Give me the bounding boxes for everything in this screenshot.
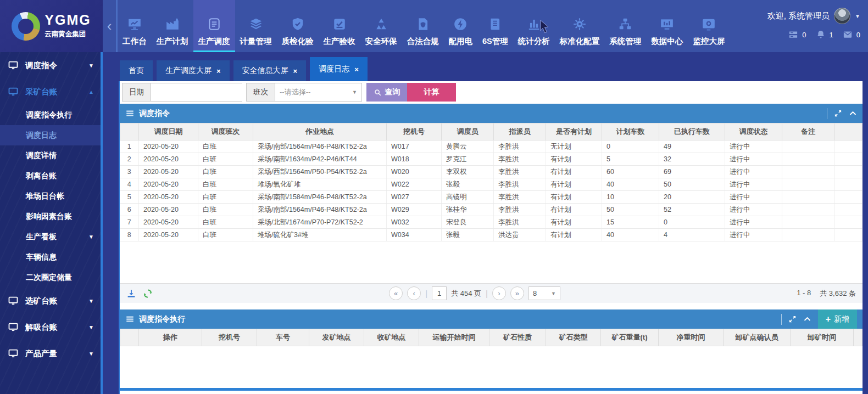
sidebar-subitem-车辆信息[interactable]: 车辆信息	[0, 247, 101, 267]
nav-item-12[interactable]: 标准化配置	[555, 0, 605, 52]
download-icon[interactable]	[126, 289, 136, 299]
table-row[interactable]: 62020-05-20白班采场/南部/1564m/P46-P48/KT52-2a…	[120, 204, 863, 216]
messages-badge[interactable]: 0	[842, 30, 860, 40]
column-header[interactable]: 运输开始时间	[419, 329, 489, 346]
table-row[interactable]: 72020-05-20白班采场/北部/1674m/P70-P72/KT52-2W…	[120, 216, 863, 229]
avatar[interactable]	[834, 8, 850, 24]
panel2-title: 调度指令执行	[139, 314, 185, 324]
tasks-badge[interactable]: 0	[788, 30, 806, 40]
column-header[interactable]: 计划车数	[602, 123, 659, 140]
nav-item-6[interactable]: 生产验收	[319, 0, 360, 52]
sidebar-subitem-堆场日台帐[interactable]: 堆场日台帐	[0, 186, 101, 206]
first-page-button[interactable]: «	[389, 286, 403, 300]
table-row[interactable]: 22020-05-20白班采场/南部/1634m/P42-P46/KT44W01…	[120, 153, 863, 166]
pagination-bar: « ‹ | 1 共 454 页 | › » 8 ▼ 1 - 8 共 3,632 …	[120, 283, 863, 303]
column-header[interactable]: 卸矿点确认员	[724, 329, 791, 346]
table-row[interactable]: 32020-05-20白班采场/西部/1564m/P50-P54/KT52-2a…	[120, 166, 863, 178]
nav-item-15[interactable]: 监控大屏	[688, 0, 730, 52]
nav-item-5[interactable]: 质检化验	[277, 0, 319, 52]
collapse-panel-icon[interactable]	[849, 109, 857, 117]
sidebar-subitem-调度指令执行[interactable]: 调度指令执行	[0, 105, 101, 125]
expand-icon[interactable]	[834, 109, 842, 117]
sidebar-item-采矿台账[interactable]: 采矿台账▲	[0, 78, 101, 105]
sidebar-item-选矿台账[interactable]: 选矿台账▼	[0, 288, 101, 314]
nav-item-label: 监控大屏	[693, 36, 725, 47]
column-header[interactable]: 备注	[782, 123, 834, 140]
column-header[interactable]: 矿石重量(t)	[601, 329, 659, 346]
shift-select[interactable]: --请选择-- ▼	[275, 83, 362, 102]
tab-首页[interactable]: 首页	[120, 60, 153, 81]
column-header[interactable]: 调度状态	[725, 123, 782, 140]
column-header[interactable]: 调度日期	[139, 123, 198, 140]
badge-count: 0	[802, 31, 806, 39]
nav-item-11[interactable]: 统计分析	[513, 0, 555, 52]
expand-icon[interactable]	[788, 315, 797, 323]
sidebar-subitem-调度日志[interactable]: 调度日志	[0, 125, 101, 145]
prev-page-button[interactable]: ‹	[407, 286, 421, 300]
column-header[interactable]: 挖机号	[202, 329, 257, 346]
column-header[interactable]: 调度员	[442, 123, 494, 140]
last-page-button[interactable]: »	[510, 286, 524, 300]
column-header[interactable]: 是否有计划	[546, 123, 602, 140]
sidebar-subitem-生产看板[interactable]: 生产看板▼	[0, 227, 101, 247]
column-header[interactable]: 矿石性质	[489, 329, 546, 346]
close-icon[interactable]: ×	[216, 67, 221, 75]
column-header[interactable]: 车号	[257, 329, 309, 346]
column-header[interactable]: 已执行车数	[659, 123, 725, 140]
column-header[interactable]: 卸矿时间	[791, 329, 854, 346]
column-header[interactable]: 指派员	[494, 123, 546, 140]
nav-item-7[interactable]: 安全环保	[360, 0, 402, 52]
table-cell: 0	[659, 216, 725, 229]
column-header[interactable]: 收矿地点	[364, 329, 419, 346]
collapse-panel-icon[interactable]	[803, 315, 811, 323]
column-header[interactable]: 操作	[139, 329, 202, 346]
sidebar-item-产品产量[interactable]: 产品产量▼	[0, 340, 101, 367]
user-menu-caret-icon[interactable]: ▼	[855, 13, 860, 19]
filler-cell	[834, 140, 863, 153]
sidebar-item-调度指令[interactable]: 调度指令▼	[0, 52, 101, 78]
sidebar-subitem-调度详情[interactable]: 调度详情	[0, 145, 101, 166]
table-row[interactable]: 52020-05-20白班采场/南部/1584m/P46-P48/KT52-2a…	[120, 191, 863, 204]
sidebar-subitem-二次圈定储量[interactable]: 二次圈定储量	[0, 267, 101, 288]
column-header[interactable]: 调度班次	[198, 123, 253, 140]
tab-生产调度大屏[interactable]: 生产调度大屏×	[157, 60, 230, 81]
nav-item-2[interactable]: 生产计划	[152, 0, 193, 52]
alerts-badge[interactable]: 1	[815, 30, 833, 40]
calculate-button[interactable]: 计算	[407, 83, 456, 102]
column-header[interactable]: 净重时间	[659, 329, 724, 346]
nav-item-8[interactable]: 合法合规	[402, 0, 444, 52]
nav-item-4[interactable]: 计量管理	[235, 0, 277, 52]
date-input[interactable]	[151, 83, 254, 101]
nav-item-9[interactable]: 配用电	[444, 0, 478, 52]
column-header[interactable]: 挖机号	[387, 123, 442, 140]
refresh-icon[interactable]	[143, 289, 153, 299]
column-header[interactable]: 矿石类型	[546, 329, 601, 346]
nav-item-3[interactable]: 生产调度	[193, 0, 235, 52]
search-button[interactable]: 查询	[366, 83, 407, 102]
tab-安全信息大屏[interactable]: 安全信息大屏×	[233, 60, 307, 81]
sidebar-subitem-剥离台账[interactable]: 剥离台账	[0, 166, 101, 186]
table-row[interactable]: 12020-05-20白班采场/南部/1564m/P46-P48/KT52-2a…	[120, 140, 863, 153]
tab-调度日志[interactable]: 调度日志×	[310, 57, 368, 81]
table-cell: 白班	[198, 191, 253, 204]
sidebar-item-解吸台账[interactable]: 解吸台账▼	[0, 314, 101, 340]
column-header[interactable]: 作业地点	[253, 123, 387, 140]
close-icon[interactable]: ×	[354, 65, 359, 74]
next-page-button[interactable]: ›	[492, 286, 506, 300]
sidebar-subitem-影响因素台账[interactable]: 影响因素台账	[0, 206, 101, 227]
table-cell: 白班	[198, 153, 253, 166]
table-row[interactable]: 42020-05-20白班堆场/氧化矿堆W022张毅李胜洪有计划4050进行中	[120, 178, 863, 191]
sidebar-collapse-icon[interactable]: ‹	[103, 0, 116, 52]
nav-item-13[interactable]: 系统管理	[604, 0, 646, 52]
add-button[interactable]: + 新增	[818, 309, 857, 329]
sidebar-subitem-label: 堆场日台帐	[26, 192, 64, 201]
nav-item-10[interactable]: 6S管理	[477, 0, 513, 52]
nav-item-1[interactable]: 工作台	[118, 0, 152, 52]
table-row[interactable]: 82020-05-20白班堆场/硫化矿3#堆W034张毅洪达贵有计划404进行中	[120, 229, 863, 241]
column-header[interactable]: 发矿地点	[309, 329, 364, 346]
page-input[interactable]: 1	[432, 286, 447, 300]
close-icon[interactable]: ×	[293, 67, 298, 75]
table-cell: 5	[602, 153, 659, 166]
page-size-select[interactable]: 8 ▼	[528, 286, 560, 300]
nav-item-14[interactable]: 数据中心	[646, 0, 688, 52]
